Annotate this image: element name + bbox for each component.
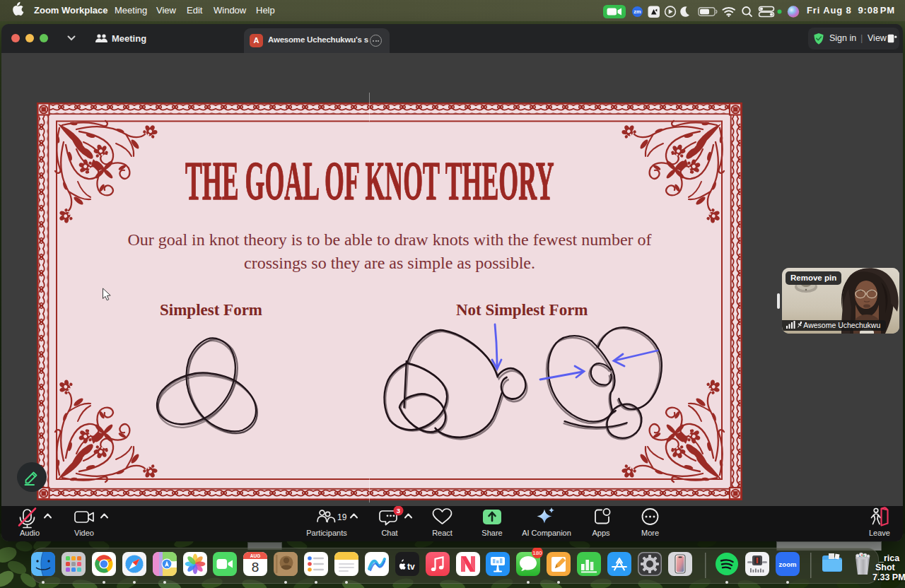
svg-text:3: 3 — [397, 507, 400, 514]
svg-text:Apps: Apps — [592, 529, 610, 537]
svg-text:AI Companion: AI Companion — [522, 529, 571, 537]
svg-text:180: 180 — [532, 550, 542, 556]
svg-text:Audio: Audio — [20, 529, 40, 537]
svg-text:tv: tv — [407, 562, 415, 572]
svg-text:8: 8 — [252, 560, 259, 575]
svg-text:Share: Share — [481, 529, 502, 537]
svg-text:Chat: Chat — [381, 529, 397, 537]
svg-text:19: 19 — [337, 512, 347, 522]
svg-text:AUG: AUG — [250, 553, 260, 558]
svg-text:More: More — [641, 529, 659, 537]
svg-text:zm: zm — [634, 8, 641, 15]
svg-text:Participants: Participants — [306, 529, 347, 537]
svg-text:Leave: Leave — [869, 529, 890, 537]
svg-text:zoom: zoom — [779, 560, 797, 568]
svg-text:Video: Video — [74, 529, 94, 537]
svg-text:React: React — [432, 529, 452, 537]
